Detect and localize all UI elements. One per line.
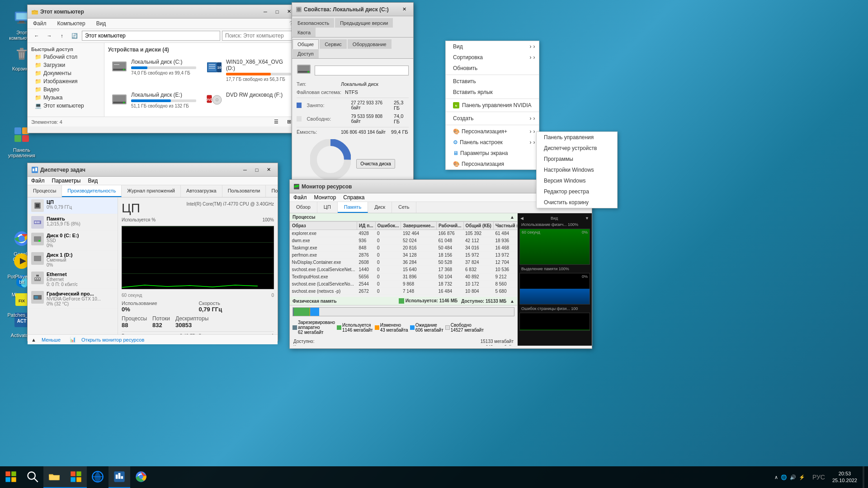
table-row[interactable]: svchost.exe (LocalServiceNet...1440015 6… [290, 266, 518, 273]
rm-menu-monitor[interactable]: Монитор [314, 194, 336, 201]
sidebar-item-music[interactable]: 📁 Музыка [28, 94, 104, 102]
table-row[interactable]: NvDisplay.Container.exe2608036 28450 528… [290, 259, 518, 266]
taskmgr-maximize[interactable]: □ [251, 165, 262, 174]
menu-computer[interactable]: Компьютер [56, 19, 87, 28]
rm-tab-disk[interactable]: Диск [368, 202, 392, 213]
taskbar-start[interactable] [0, 466, 22, 488]
taskmgr-close[interactable]: ✕ [263, 165, 274, 174]
sidebar-item-documents[interactable]: 📁 Документы [28, 69, 104, 77]
tab-hardware[interactable]: Оборудование [348, 39, 392, 49]
rm-tab-cpu[interactable]: ЦП [317, 202, 338, 213]
nav-forward[interactable]: → [44, 31, 55, 40]
rm-menu-help[interactable]: Справка [343, 194, 364, 201]
sub-control-panel[interactable]: Панель управления [537, 132, 617, 143]
rm-tab-memory[interactable]: Память [338, 202, 368, 213]
tm-tab-details[interactable]: Подробности [266, 185, 278, 197]
sidebar-item-downloads[interactable]: 📁 Загрузки [28, 61, 104, 69]
table-row[interactable]: Taskmgr.exe848020 81650 48434 01616 468 [290, 244, 518, 252]
col-hard[interactable]: Ошибок... [375, 222, 401, 230]
sub-clear-recycle[interactable]: Очистить корзину [537, 197, 617, 208]
tm-tab-users[interactable]: Пользователи [222, 185, 266, 197]
footer-less[interactable]: Меньше [42, 337, 61, 343]
nav-back[interactable]: ← [31, 31, 42, 40]
menu-view[interactable]: Вид [94, 19, 108, 28]
phys-mem-collapse[interactable]: ▲ [510, 299, 514, 304]
nav-refresh[interactable]: 🔄 [69, 31, 80, 40]
col-private[interactable]: Частный (… [493, 222, 517, 230]
drive-e[interactable]: Локальный диск (E:) 51,1 ГБ свободно из … [108, 89, 199, 112]
sidebar-item-desktop[interactable]: 📁 Рабочий стол [28, 53, 104, 61]
view-list[interactable]: ☰ [271, 117, 282, 127]
ctx-nvidia[interactable]: N Панель управления NVIDIA [446, 100, 539, 111]
table-row[interactable]: dwm.exe936052 02461 04842 11218 936 [290, 237, 518, 244]
sub-win-version[interactable]: Версия Windows [537, 175, 617, 186]
drive-f[interactable]: DVD DVD RW дисковод (F:) [203, 89, 294, 112]
clean-disk-btn[interactable]: Очистка диска [356, 159, 395, 169]
tm-menu-view[interactable]: Вид [88, 178, 98, 184]
address-bar[interactable] [82, 31, 220, 41]
table-row[interactable]: perfmon.exe2876034 12818 15615 97213 972 [290, 252, 518, 259]
tm-tab-processes[interactable]: Процессы [28, 185, 62, 197]
sub-device-mgr[interactable]: Диспетчер устройств [537, 143, 617, 154]
taskbar-files[interactable] [43, 466, 65, 488]
ctx-paste[interactable]: Вставить [446, 76, 539, 87]
rm-menu-file[interactable]: Файл [293, 194, 307, 201]
tm-tab-performance[interactable]: Производительность [62, 185, 122, 197]
tm-item-cpu[interactable]: ЦП 0% 0,79 ГГц [28, 197, 118, 214]
ctx-panel-settings[interactable]: ⚙ Панель настроек › [446, 137, 539, 148]
tm-item-gpu[interactable]: Графический про... NVIDIA GeForce GTX 10… [28, 289, 118, 309]
tab-security[interactable]: Безопасность [292, 18, 334, 28]
tm-item-mem[interactable]: Память 1,2/15,9 ГБ (8%) [28, 214, 118, 231]
tm-item-eth[interactable]: Ethernet Ethernet0: 0 П: 0 кбит/с [28, 270, 118, 289]
footer-monitor[interactable]: Открыть монитор ресурсов [81, 337, 144, 343]
taskbar-browser2[interactable] [130, 466, 152, 488]
ctx-personalization[interactable]: 🎨 Персонализация [446, 159, 539, 169]
col-image[interactable]: Образ [290, 222, 357, 230]
tray-arrow[interactable]: ∧ [774, 474, 778, 480]
ctx-paste-shortcut[interactable]: Вставить ярлык [446, 87, 539, 98]
tm-item-disk1[interactable]: Диск 1 (D:) Сменный0% [28, 250, 118, 270]
col-total[interactable]: Общий (КБ) [463, 222, 493, 230]
sub-regedit[interactable]: Редактор реестра [537, 186, 617, 197]
menu-file[interactable]: Файл [31, 19, 48, 28]
table-row[interactable]: TextInputHost.exe5656031 89650 10440 892… [290, 273, 518, 281]
ctx-view[interactable]: Вид › [446, 41, 539, 52]
explorer-maximize[interactable]: □ [272, 7, 283, 16]
taskbar-apps-icon[interactable] [87, 466, 108, 488]
sidebar-item-thispc[interactable]: 💻 Этот компьютер [28, 102, 104, 110]
tab-prevversions[interactable]: Предыдущие версии [335, 18, 393, 28]
ctx-personalization-plus[interactable]: 🎨 Персонализация+ › [446, 126, 539, 137]
ctx-display[interactable]: 🖥 Параметры экрана [446, 148, 539, 159]
sub-programs[interactable]: Программы [537, 154, 617, 164]
table-row[interactable]: svchost.exe (LocalServiceNo...254409 868… [290, 281, 518, 288]
processes-collapse[interactable]: ▲ [510, 215, 514, 220]
rm-tab-overview[interactable]: Обзор [290, 202, 317, 213]
col-pid[interactable]: ИД п... [357, 222, 375, 230]
ctx-create[interactable]: Создать › [446, 113, 539, 124]
table-row[interactable]: svchost.exe (netsvcs -p)267207 14816 484… [290, 288, 518, 295]
tm-tab-apphistory[interactable]: Журнал приложений [122, 185, 181, 197]
taskbar-show-desktop[interactable] [863, 466, 864, 488]
explorer-minimize[interactable]: ─ [260, 7, 271, 16]
drive-d[interactable]: 10 WIN10_X86_X64_OVG (D:) 17,7 ГБ свобод… [203, 56, 294, 85]
tm-tab-startup[interactable]: Автозагрузка [181, 185, 222, 197]
ctx-sort[interactable]: Сортировка › [446, 52, 539, 63]
tab-access[interactable]: Доступ [292, 49, 319, 58]
tab-general[interactable]: Общие [292, 39, 319, 49]
col-commit[interactable]: Завершение... [401, 222, 437, 230]
right-dropdown[interactable]: ▼ [585, 216, 589, 221]
sub-win-settings[interactable]: Настройки Windows [537, 164, 617, 175]
search-bar[interactable] [222, 31, 294, 41]
disk-name-input[interactable] [315, 66, 409, 75]
taskbar-taskmgr[interactable] [108, 466, 130, 488]
ctx-refresh[interactable]: Обновить [446, 63, 539, 74]
taskbar-store[interactable] [65, 466, 87, 488]
tm-menu-params[interactable]: Параметры [52, 178, 81, 184]
right-arrow-icon[interactable]: ◀ [520, 216, 524, 221]
tab-service[interactable]: Сервис [320, 39, 347, 49]
tm-menu-file[interactable]: Файл [31, 178, 45, 184]
sidebar-item-pictures[interactable]: 📁 Изображения [28, 77, 104, 85]
tm-item-disk0[interactable]: Диск 0 (C: E:) SSD0% [28, 231, 118, 250]
sidebar-item-video[interactable]: 📁 Видео [28, 85, 104, 94]
taskbar-search[interactable] [22, 466, 43, 488]
